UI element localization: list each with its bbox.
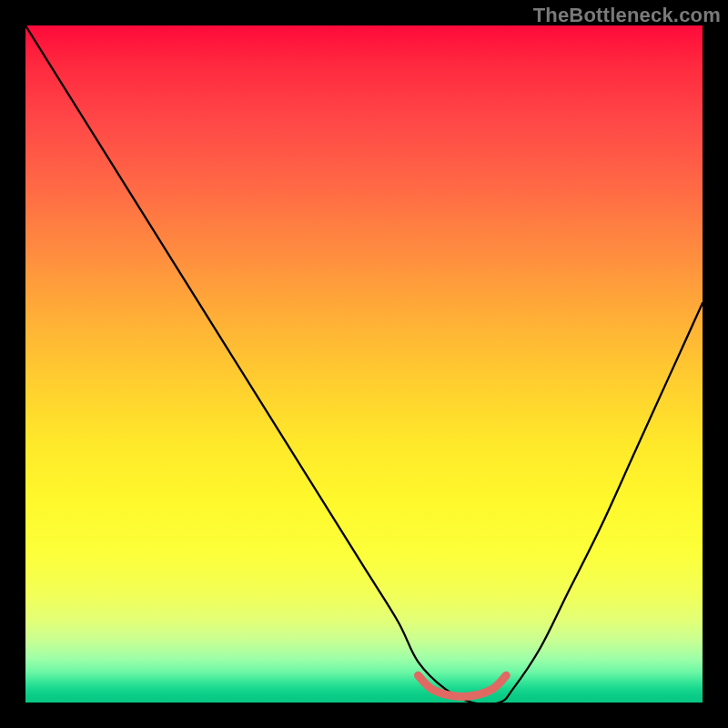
bottleneck-curve [25,25,703,703]
plot-area [25,25,703,703]
watermark-text: TheBottleneck.com [533,4,721,27]
curve-layer [25,25,703,703]
chart-frame: TheBottleneck.com [0,0,728,728]
